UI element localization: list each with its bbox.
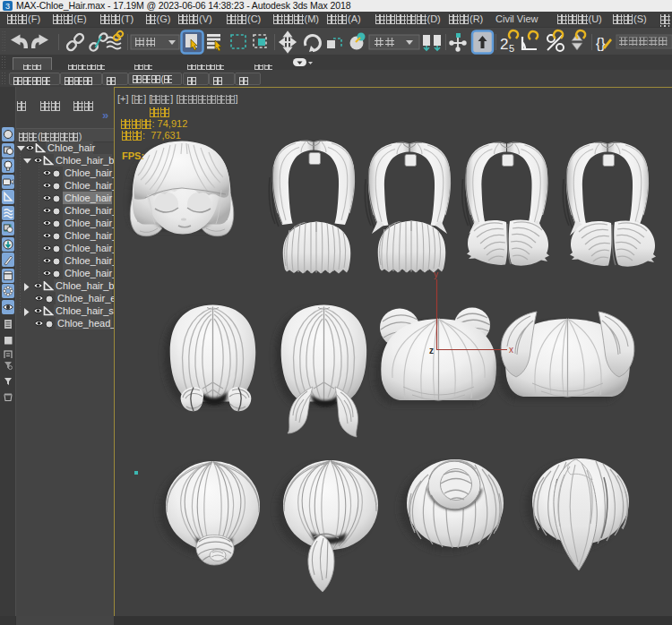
svg-text:5: 5 bbox=[509, 43, 514, 54]
svg-text:2: 2 bbox=[500, 36, 508, 53]
svg-text:3: 3 bbox=[5, 2, 10, 11]
svg-text:z: z bbox=[429, 346, 434, 355]
svg-text:x: x bbox=[509, 345, 513, 355]
svg-text:y: y bbox=[434, 270, 438, 279]
